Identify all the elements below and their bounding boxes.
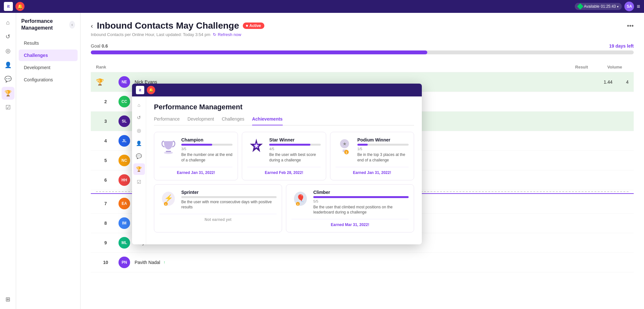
tab-performance[interactable]: Performance: [154, 116, 180, 125]
progress-row: Goal 0.6 19 days left: [91, 43, 634, 49]
nav-panel-title: Performance Management: [21, 18, 69, 32]
overlay-sidebar-home[interactable]: ⌂: [133, 99, 145, 111]
leaderboard-header: Rank Result Volume: [91, 62, 634, 72]
rank-change-up-icon: ↑: [163, 260, 590, 265]
progress-bar-bg: [357, 144, 409, 146]
achievement-card-top: ⚡ 1 Sprinter Be the user with more conse…: [159, 190, 277, 210]
svg-text:1: 1: [165, 203, 167, 206]
progress-bar-bg: [269, 144, 320, 146]
overlay-window: it 🔔 ⌂ ↺ ◎ 👤 💬 🏆 ☑ Performance Managemen…: [132, 84, 422, 244]
sidebar-item-home[interactable]: ⌂: [2, 16, 14, 29]
rank-number: 9: [96, 240, 115, 245]
tab-development[interactable]: Development: [187, 116, 214, 125]
avatar: NC: [118, 155, 130, 166]
rank-number: 7: [96, 201, 115, 206]
sidebar-item-trophy[interactable]: 🏆: [2, 87, 14, 100]
achievement-info: Star Winner 4/5 Be the user with best sc…: [269, 137, 320, 163]
overlay-notification-bell[interactable]: 🔔: [147, 86, 155, 94]
table-row: 10 PN Pavith Nadal ↑: [91, 253, 634, 272]
nav-panel-header: Performance Management ‹: [16, 18, 80, 37]
status-time: 01:25:43: [601, 4, 616, 9]
result-value: 1.44: [593, 79, 612, 85]
avatar: EA: [118, 198, 130, 209]
overlay-main: Performance Management Performance Devel…: [146, 96, 422, 244]
menu-icon[interactable]: ≡: [637, 3, 640, 10]
sidebar-item-people[interactable]: 👤: [2, 59, 14, 71]
challenge-title: Inbound Contacts May Challenge: [97, 21, 239, 31]
overlay-logo[interactable]: it: [136, 86, 144, 94]
progress-text: 1/5: [357, 147, 409, 151]
leaderboard-header-right: Result Volume: [575, 65, 622, 69]
progress-bar-fill: [91, 50, 427, 54]
avatar: HH: [118, 174, 130, 186]
top-bar-right: Available 01:25:43 ▾ SA ≡: [575, 2, 640, 11]
champion-icon: [159, 137, 177, 155]
achievement-card-top: Champion 3/5 Be the number one at the en…: [159, 137, 232, 163]
nav-item-challenges[interactable]: Challenges: [19, 50, 78, 61]
top-bar-left: it 🔔: [4, 2, 24, 11]
progress-text: 3/5: [181, 147, 232, 151]
sidebar-item-chat[interactable]: 💬: [2, 73, 14, 86]
overlay-sidebar-target[interactable]: ◎: [133, 125, 145, 136]
nav-item-development[interactable]: Development: [19, 62, 78, 73]
achievement-footer: Earned Jan 31, 2022!: [159, 167, 232, 175]
rank-number: 3: [96, 119, 115, 124]
achievement-card-climber: 🎈 1 Climber 5/5 Be the user that climbed…: [286, 184, 414, 233]
nav-item-results[interactable]: Results: [19, 37, 78, 49]
progress-text: 4/5: [269, 147, 320, 151]
achievement-desc: Be the user with best score during a cha…: [269, 152, 320, 163]
avatar: PN: [118, 257, 130, 268]
svg-text:⚡: ⚡: [164, 194, 173, 203]
achievement-card-top: Star Winner 4/5 Be the user with best sc…: [247, 137, 320, 163]
progress-text: 5/5: [313, 199, 409, 203]
overlay-topbar: it 🔔: [132, 84, 422, 96]
progress-bar-fill: [181, 144, 212, 146]
achievement-card-top: 🎈 1 Climber 5/5 Be the user that climbed…: [291, 190, 409, 215]
refresh-link[interactable]: ↻ Refresh now: [213, 32, 241, 37]
avatar: JL: [118, 135, 130, 147]
volume-column-header: Volume: [607, 65, 622, 69]
sprinter-icon: ⚡ 1: [159, 190, 177, 208]
nav-collapse-button[interactable]: ‹: [69, 21, 75, 29]
avatar: ML: [118, 237, 130, 249]
achievement-name: Champion: [181, 137, 232, 142]
app-logo[interactable]: it: [4, 2, 13, 11]
avatar[interactable]: SA: [624, 2, 634, 11]
notification-bell[interactable]: 🔔: [15, 2, 24, 11]
progress-bar-fill: [269, 144, 310, 146]
more-button[interactable]: •••: [627, 22, 634, 30]
sidebar-item-target[interactable]: ◎: [2, 44, 14, 57]
achievement-info: Champion 3/5 Be the number one at the en…: [181, 137, 232, 163]
overlay-sidebar-trophy[interactable]: 🏆: [133, 163, 145, 175]
achievement-desc: Be the user with more consecutive days w…: [181, 199, 277, 210]
overlay-sidebar-people[interactable]: 👤: [133, 138, 145, 149]
status-badge[interactable]: Available 01:25:43 ▾: [575, 3, 622, 10]
rank-number: 10: [96, 260, 115, 265]
overlay-sidebar-activity[interactable]: ↺: [133, 112, 145, 123]
challenge-header: ‹ Inbound Contacts May Challenge Active …: [91, 21, 634, 31]
tab-achievements[interactable]: Achievements: [252, 116, 283, 125]
achievement-info: Podium Winner 1/5 Be in the top 3 places…: [357, 137, 409, 163]
achievement-desc: Be the user that climbed most positions …: [313, 204, 409, 215]
sidebar-item-tasks[interactable]: ☑: [2, 101, 14, 114]
progress-bar-bg: [181, 196, 277, 198]
progress-bar-bg: [313, 196, 409, 198]
svg-text:1: 1: [346, 151, 347, 154]
rank-number: 2: [96, 99, 115, 104]
sidebar-item-grid[interactable]: ⊞: [2, 293, 14, 306]
result-column-header: Result: [575, 65, 588, 69]
overlay-sidebar-chat[interactable]: 💬: [133, 150, 145, 162]
achievement-name: Climber: [313, 190, 409, 195]
sidebar-item-activity[interactable]: ↺: [2, 30, 14, 43]
overlay-sidebar-tasks[interactable]: ☑: [133, 176, 145, 188]
active-badge: Active: [243, 23, 264, 29]
achievement-card-sprinter: ⚡ 1 Sprinter Be the user with more conse…: [154, 184, 282, 233]
achievement-desc: Be in the top 3 places at the end of a c…: [357, 152, 409, 163]
back-button[interactable]: ‹: [91, 22, 93, 30]
star-winner-icon: [247, 137, 265, 155]
achievement-footer: Earned Mar 31, 2022!: [291, 219, 409, 227]
tab-challenges[interactable]: Challenges: [222, 116, 244, 125]
rank-column-header: Rank: [96, 65, 569, 69]
podium-winner-icon: ★ 1: [336, 137, 354, 155]
nav-item-configurations[interactable]: Configurations: [19, 74, 78, 86]
